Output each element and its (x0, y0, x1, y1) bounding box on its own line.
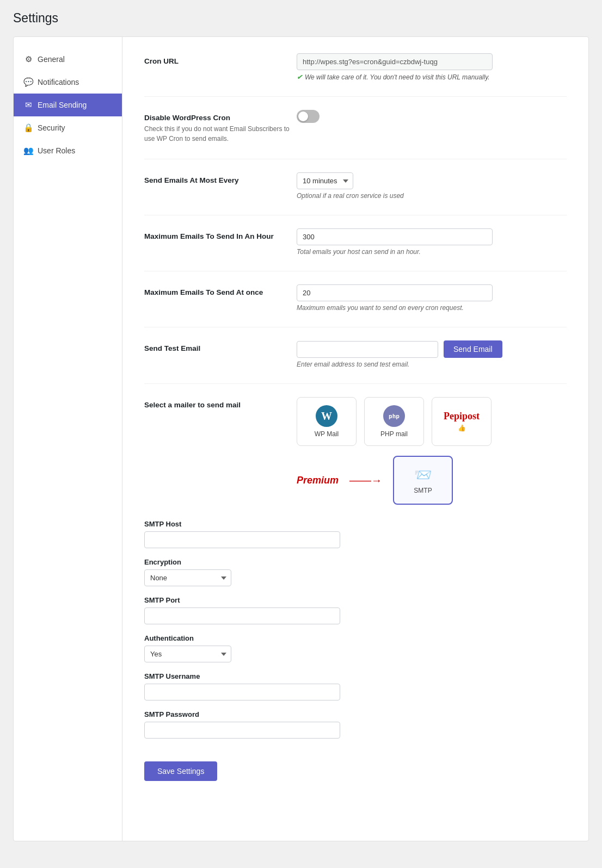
wp-logo-icon: W (316, 405, 337, 427)
max-emails-hour-label-col: Maximum Emails To Send In An Hour (144, 228, 297, 240)
smtp-password-input[interactable] (144, 722, 340, 739)
save-settings-button[interactable]: Save Settings (144, 761, 217, 781)
max-emails-once-hint: Maximum emails you want to send on every… (297, 304, 567, 312)
max-emails-hour-control-col: Total emails your host can send in an ho… (297, 228, 567, 256)
arrow-right-icon: ——→ (349, 474, 382, 487)
smtp-encryption-label: Encryption (144, 558, 567, 566)
cron-url-control-col: ✔ We will take care of it. You don't nee… (297, 53, 567, 81)
toggle-track (297, 110, 320, 123)
smtp-label: SMTP (414, 487, 432, 494)
send-test-email-label-col: Send Test Email (144, 340, 297, 352)
cron-url-note-text: We will take care of it. You don't need … (305, 73, 490, 81)
smtp-auth-label: Authentication (144, 634, 567, 642)
send-test-email-hint: Enter email address to send test email. (297, 361, 567, 368)
sidebar-item-general[interactable]: ⚙ General (14, 48, 122, 71)
sidebar: ⚙ General 💬 Notifications ✉ Email Sendin… (14, 37, 122, 841)
max-emails-once-label-col: Maximum Emails To Send At once (144, 284, 297, 296)
wp-mail-label: WP Mail (315, 430, 339, 438)
smtp-port-group: SMTP Port (144, 596, 567, 624)
select-mailer-label-col: Select a mailer to send mail (144, 397, 297, 409)
email-icon: ✉ (23, 100, 33, 110)
php-logo-icon: php (383, 405, 405, 427)
smtp-fields: SMTP Host Encryption None SSL TLS SMTP P… (144, 520, 567, 781)
sidebar-item-label: Security (38, 123, 65, 132)
max-emails-hour-input[interactable] (297, 228, 493, 245)
toggle-thumb (298, 111, 308, 121)
test-email-input[interactable] (297, 341, 438, 358)
page-title: Settings (13, 11, 589, 26)
smtp-port-input[interactable] (144, 607, 340, 624)
sidebar-item-notifications[interactable]: 💬 Notifications (14, 71, 122, 94)
page-wrapper: Settings ⚙ General 💬 Notifications ✉ Ema… (0, 0, 602, 852)
max-emails-once-label: Maximum Emails To Send At once (144, 288, 263, 296)
smtp-host-input[interactable] (144, 531, 340, 548)
send-emails-every-control-col: 10 minutes 1 minute 5 minutes 15 minutes… (297, 172, 567, 200)
cron-url-input[interactable] (297, 53, 493, 70)
max-emails-hour-row: Maximum Emails To Send In An Hour Total … (144, 228, 567, 256)
sidebar-item-label: User Roles (38, 146, 75, 155)
send-emails-every-select[interactable]: 10 minutes 1 minute 5 minutes 15 minutes… (297, 172, 353, 189)
smtp-password-label: SMTP Password (144, 710, 567, 718)
smtp-encryption-select[interactable]: None SSL TLS (144, 569, 231, 586)
sidebar-item-user-roles[interactable]: 👥 User Roles (14, 139, 122, 162)
cron-url-row: Cron URL ✔ We will take care of it. You … (144, 53, 567, 81)
sidebar-item-label: Email Sending (38, 101, 87, 109)
smtp-username-group: SMTP Username (144, 672, 567, 700)
send-test-email-label: Send Test Email (144, 344, 200, 352)
sidebar-item-label: Notifications (38, 78, 79, 86)
send-test-email-row: Send Test Email Send Email Enter email a… (144, 340, 567, 368)
premium-row: Premium ——→ 📨 SMTP (297, 456, 567, 505)
disable-cron-label: Disable WordPress Cron (144, 114, 230, 122)
pepipost-logo-icon: Pepipost (444, 411, 480, 421)
mailer-card-php-mail[interactable]: php PHP mail (364, 397, 424, 446)
mailer-card-pepipost[interactable]: Pepipost 👍 (432, 397, 492, 446)
check-icon: ✔ (297, 73, 302, 81)
select-mailer-control-col: W WP Mail php PHP mail Pepipost 👍 (297, 397, 567, 505)
sidebar-item-email-sending[interactable]: ✉ Email Sending (14, 94, 122, 116)
mailer-card-wp-mail[interactable]: W WP Mail (297, 397, 357, 446)
php-mail-label: PHP mail (380, 430, 408, 438)
send-email-button[interactable]: Send Email (444, 340, 502, 358)
max-emails-hour-hint: Total emails your host can send in an ho… (297, 248, 567, 256)
max-emails-hour-label: Maximum Emails To Send In An Hour (144, 232, 274, 240)
disable-cron-toggle[interactable] (297, 110, 320, 123)
smtp-auth-group: Authentication Yes No (144, 634, 567, 662)
mailer-card-smtp[interactable]: 📨 SMTP (393, 456, 453, 505)
gear-icon: ⚙ (23, 54, 33, 64)
pepipost-label: 👍 (458, 424, 466, 432)
smtp-encryption-group: Encryption None SSL TLS (144, 558, 567, 586)
premium-text: Premium (297, 475, 339, 486)
disable-cron-label-col: Disable WordPress Cron Check this if you… (144, 110, 297, 144)
disable-cron-desc: Check this if you do not want Email Subs… (144, 124, 297, 144)
lock-icon: 🔒 (23, 123, 33, 133)
smtp-icon: 📨 (414, 467, 432, 483)
max-emails-once-input[interactable] (297, 284, 493, 301)
select-mailer-label: Select a mailer to send mail (144, 401, 241, 409)
send-emails-every-label-col: Send Emails At Most Every (144, 172, 297, 184)
smtp-auth-select[interactable]: Yes No (144, 646, 231, 662)
select-mailer-row: Select a mailer to send mail W WP Mail p… (144, 397, 567, 505)
max-emails-once-control-col: Maximum emails you want to send on every… (297, 284, 567, 312)
notifications-icon: 💬 (23, 77, 33, 87)
smtp-username-label: SMTP Username (144, 672, 567, 680)
sidebar-item-security[interactable]: 🔒 Security (14, 116, 122, 139)
smtp-host-group: SMTP Host (144, 520, 567, 548)
send-email-row: Send Email (297, 340, 567, 358)
mailer-cards-top-row: W WP Mail php PHP mail Pepipost 👍 (297, 397, 567, 446)
sidebar-item-label: General (38, 55, 65, 64)
send-test-email-control-col: Send Email Enter email address to send t… (297, 340, 567, 368)
content-area: Cron URL ✔ We will take care of it. You … (122, 37, 588, 841)
send-emails-every-hint: Optional if a real cron service is used (297, 192, 567, 200)
cron-url-label-col: Cron URL (144, 53, 297, 65)
smtp-username-input[interactable] (144, 684, 340, 700)
smtp-host-label: SMTP Host (144, 520, 567, 528)
cron-url-note: ✔ We will take care of it. You don't nee… (297, 73, 567, 81)
send-emails-every-row: Send Emails At Most Every 10 minutes 1 m… (144, 172, 567, 200)
cron-url-label: Cron URL (144, 57, 179, 65)
send-emails-every-label: Send Emails At Most Every (144, 176, 239, 184)
smtp-password-group: SMTP Password (144, 710, 567, 739)
disable-cron-row: Disable WordPress Cron Check this if you… (144, 110, 567, 144)
users-icon: 👥 (23, 146, 33, 156)
max-emails-once-row: Maximum Emails To Send At once Maximum e… (144, 284, 567, 312)
disable-cron-control-col (297, 110, 567, 125)
